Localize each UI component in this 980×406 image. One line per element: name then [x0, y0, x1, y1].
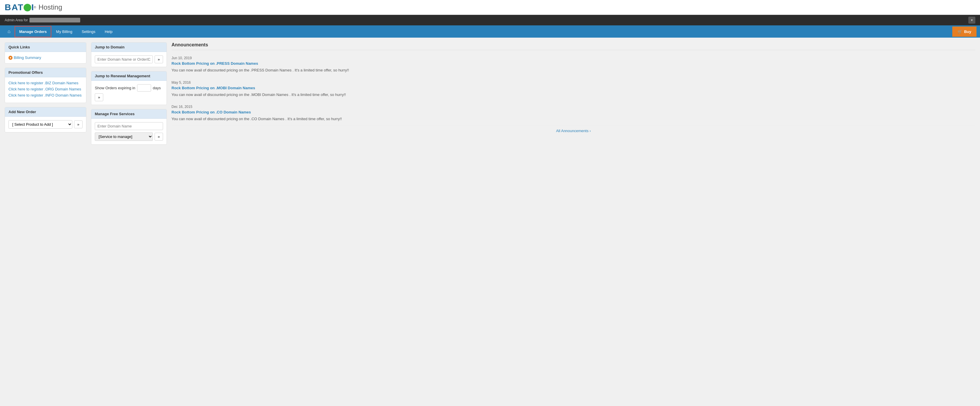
- logo-hosting: Hosting: [38, 3, 62, 11]
- free-services-domain-input[interactable]: [95, 122, 163, 130]
- service-select[interactable]: [Service to manage]: [95, 132, 153, 141]
- billing-summary-label: Billing Summary: [14, 56, 41, 60]
- jump-to-domain-panel: Jump to Domain »: [91, 42, 167, 67]
- free-services-header: Manage Free Services: [91, 109, 167, 119]
- promo-org-link[interactable]: Click here to register .ORG Domain Names: [8, 87, 83, 91]
- announcement-title-3[interactable]: Rock Bottom Pricing on .CO Domain Names: [172, 110, 975, 114]
- service-go-button[interactable]: »: [154, 133, 163, 140]
- middle-column: Jump to Domain » Jump to Renewal Managem…: [91, 42, 167, 145]
- announcement-date-3: Dec 16, 2015: [172, 105, 975, 109]
- logo: BAT I ® Hosting: [5, 2, 62, 12]
- add-new-order-body: [ Select Product to Add ] »: [5, 117, 86, 132]
- logo-circle-icon: [24, 4, 31, 11]
- billing-icon: ●: [8, 56, 13, 60]
- announcement-item-1: Jun 10, 2019 Rock Bottom Pricing on .PRE…: [172, 53, 975, 77]
- free-services-panel: Manage Free Services [Service to manage]…: [91, 109, 167, 145]
- renewal-label-after: days: [153, 86, 161, 90]
- announcement-title-1[interactable]: Rock Bottom Pricing on .PRESS Domain Nam…: [172, 61, 975, 65]
- renewal-go-button[interactable]: »: [95, 93, 103, 101]
- product-select[interactable]: [ Select Product to Add ]: [8, 120, 72, 129]
- renewal-management-panel: Jump to Renewal Management Show Orders e…: [91, 71, 167, 105]
- announcement-title-2[interactable]: Rock Bottom Pricing on .MOBI Domain Name…: [172, 86, 975, 90]
- renewal-management-header: Jump to Renewal Management: [91, 72, 167, 81]
- add-new-order-header: Add New Order: [5, 107, 86, 117]
- jump-to-domain-body: »: [91, 52, 167, 67]
- admin-bar-left: Admin Area for ████████ ███ ███ ██: [5, 18, 80, 22]
- jump-domain-row: »: [95, 56, 163, 63]
- logo-letter-i: I: [31, 2, 33, 12]
- renewal-label-before: Show Orders expiring in: [95, 86, 135, 90]
- buy-label: Buy: [964, 29, 971, 34]
- main-content: Quick Links ● Billing Summary Promotiona…: [0, 38, 980, 149]
- quick-links-panel: Quick Links ● Billing Summary: [5, 42, 86, 64]
- renewal-days-input[interactable]: [137, 84, 151, 92]
- nav-left: ⌂ Manage Orders My Billing Settings Help: [3, 25, 117, 38]
- admin-user-blurred: ████████ ███ ███ ██: [29, 18, 80, 22]
- admin-bar: Admin Area for ████████ ███ ███ ██ ▾: [0, 15, 980, 25]
- logo-brand: BAT: [5, 2, 24, 12]
- announcement-body-1: You can now avail of discounted pricing …: [172, 67, 975, 73]
- promo-biz-link[interactable]: Click here to register .BIZ Domain Names: [8, 81, 83, 85]
- user-menu-icon[interactable]: ▾: [968, 17, 975, 24]
- nav-help[interactable]: Help: [100, 26, 117, 37]
- nav-my-billing[interactable]: My Billing: [51, 26, 77, 37]
- domain-input[interactable]: [95, 56, 153, 63]
- promotional-offers-body: Click here to register .BIZ Domain Names…: [5, 77, 86, 103]
- nav-bar: ⌂ Manage Orders My Billing Settings Help…: [0, 25, 980, 38]
- promo-info-link[interactable]: Click here to register .INFO Domain Name…: [8, 93, 83, 97]
- announcement-item-3: Dec 16, 2015 Rock Bottom Pricing on .CO …: [172, 101, 975, 126]
- left-column: Quick Links ● Billing Summary Promotiona…: [5, 42, 86, 132]
- all-announcements-link[interactable]: All Announcements ›: [556, 129, 590, 133]
- admin-label: Admin Area for: [5, 18, 28, 22]
- announcements-header: Announcements: [172, 42, 975, 50]
- logo-registered: ®: [34, 6, 36, 9]
- all-announcements-section: All Announcements ›: [172, 126, 975, 136]
- quick-links-header: Quick Links: [5, 43, 86, 52]
- announcement-body-3: You can now avail of discounted pricing …: [172, 116, 975, 122]
- promotional-offers-header: Promotional Offers: [5, 68, 86, 77]
- billing-summary-link[interactable]: ● Billing Summary: [8, 56, 83, 60]
- jump-to-domain-header: Jump to Domain: [91, 43, 167, 52]
- jump-domain-go-button[interactable]: »: [154, 56, 163, 63]
- nav-manage-orders[interactable]: Manage Orders: [14, 26, 52, 37]
- logo-bar: BAT I ® Hosting: [0, 0, 980, 15]
- buy-button[interactable]: 🛒 Buy: [952, 27, 977, 37]
- add-order-go-button[interactable]: »: [74, 121, 83, 128]
- add-new-order-panel: Add New Order [ Select Product to Add ] …: [5, 107, 86, 132]
- service-select-row: [Service to manage] »: [95, 132, 163, 141]
- nav-settings[interactable]: Settings: [77, 26, 100, 37]
- renewal-row: Show Orders expiring in days »: [95, 84, 163, 101]
- add-order-row: [ Select Product to Add ] »: [8, 120, 83, 129]
- promotional-offers-panel: Promotional Offers Click here to registe…: [5, 68, 86, 103]
- announcement-item-2: May 5, 2016 Rock Bottom Pricing on .MOBI…: [172, 77, 975, 102]
- home-button[interactable]: ⌂: [3, 25, 14, 38]
- quick-links-body: ● Billing Summary: [5, 52, 86, 63]
- announcement-date-1: Jun 10, 2019: [172, 56, 975, 60]
- right-column: Announcements Jun 10, 2019 Rock Bottom P…: [172, 42, 975, 136]
- announcement-date-2: May 5, 2016: [172, 81, 975, 84]
- free-services-body: [Service to manage] »: [91, 119, 167, 144]
- renewal-management-body: Show Orders expiring in days »: [91, 81, 167, 105]
- cart-icon: 🛒: [958, 29, 962, 34]
- announcement-body-2: You can now avail of discounted pricing …: [172, 92, 975, 98]
